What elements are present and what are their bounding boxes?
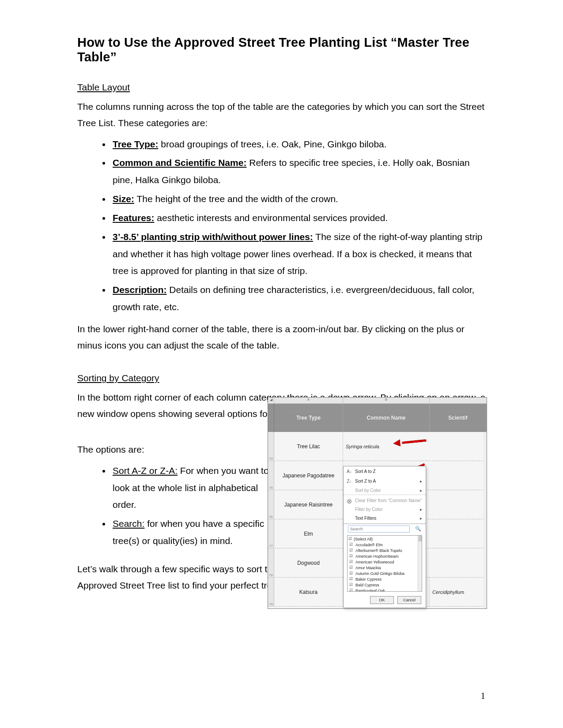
check-item[interactable]: Baker Cypress <box>348 577 421 582</box>
check-item[interactable]: American Hophornbeam <box>348 554 421 559</box>
scrollbar[interactable] <box>418 535 422 592</box>
cancel-button[interactable]: Cancel <box>397 596 421 604</box>
chevron-right-icon: ▸ <box>420 488 422 493</box>
check-item[interactable]: Bambooleaf Oak <box>348 588 421 592</box>
list-item: 3’-8.5’ planting strip with/without powe… <box>111 229 486 280</box>
list-item: Search: for when you have a specific tre… <box>111 515 281 550</box>
check-item[interactable]: Afterburner® Black Tupelo <box>348 548 421 554</box>
category-list: Tree Type: broad groupings of trees, i.e… <box>111 136 486 316</box>
section-outro: In the lower right-hand corner of the ta… <box>77 321 486 354</box>
list-item: Common and Scientific Name: Refers to sp… <box>111 154 486 189</box>
list-item: Size: The height of the tree and the wid… <box>111 191 486 208</box>
search-row: 🔍 <box>344 524 426 533</box>
section-intro: The columns running across the top of th… <box>77 99 486 131</box>
check-item[interactable]: American Yellowwood <box>348 559 421 565</box>
sort-az-icon: A↓ <box>346 468 352 474</box>
list-item: Tree Type: broad groupings of trees, i.e… <box>111 136 486 153</box>
check-item[interactable]: Amur Maackia <box>348 565 421 571</box>
label: Text Filters <box>355 516 376 521</box>
chevron-right-icon: ▸ <box>420 507 422 512</box>
term: Size: <box>113 194 134 204</box>
term: Search: <box>113 518 144 529</box>
cell-scientific[interactable]: Cercidiphyllum <box>430 578 487 606</box>
table-row: 74 Tree Lilac Syringa reticula <box>268 432 487 461</box>
chevron-right-icon: ▸ <box>420 479 422 484</box>
term: Features: <box>113 213 155 223</box>
label: Sort by Color <box>355 488 381 493</box>
cell-tree-type[interactable]: Tree Lilac <box>274 432 343 461</box>
select-all-corner[interactable]: ◢ <box>268 398 274 403</box>
section-heading-layout: Table Layout <box>77 82 486 93</box>
text-filters-item[interactable]: Text Filters ▸ <box>344 514 426 522</box>
row-num[interactable]: 77 <box>268 519 274 548</box>
options-lead: The options are: <box>77 442 281 458</box>
row-num[interactable] <box>268 404 274 432</box>
check-item-select-all[interactable]: (Select All) <box>348 537 421 542</box>
row-num[interactable]: 78 <box>268 548 274 577</box>
filter-color-item[interactable]: Filter by Color ▸ <box>344 505 426 514</box>
column-letter-row: ◢ A B <box>268 398 487 404</box>
section-heading-sorting: Sorting by Category <box>77 373 486 383</box>
cell-tree-type[interactable]: Elm <box>274 519 343 548</box>
chevron-right-icon: ▸ <box>420 516 422 521</box>
label: Clear Filter from “Common Name” <box>355 498 422 503</box>
label: Filter by Color <box>355 507 382 512</box>
check-item[interactable]: Accolade® Elm <box>348 542 421 548</box>
row-num[interactable]: 74 <box>268 432 274 461</box>
column-letter-b[interactable]: B <box>343 398 430 403</box>
sheet-vertical-scrollbar[interactable] <box>484 432 487 608</box>
excel-screenshot-figure: ◢ A B Tree Type Common Name Scientif 74 … <box>268 397 487 609</box>
check-item[interactable]: Bald Cypress <box>348 582 421 588</box>
cell-tree-type[interactable]: Japanese Pagodatree <box>274 461 343 490</box>
list-item: Description: Details on defining tree ch… <box>111 281 486 316</box>
page-number: 1 <box>481 690 486 702</box>
term-desc: The height of the tree and the width of … <box>134 194 338 204</box>
cell-tree-type[interactable]: Katsura <box>274 578 343 606</box>
cell-tree-type[interactable]: Japanese Raisintree <box>274 490 343 519</box>
sort-za-icon: Z↓ <box>346 478 352 484</box>
header-common-name[interactable]: Common Name <box>343 404 430 432</box>
column-letter-a[interactable]: A <box>274 398 343 403</box>
term: Sort A-Z or Z-A: <box>113 465 178 476</box>
scroll-thumb[interactable] <box>419 535 422 541</box>
row-num[interactable]: 76 <box>268 490 274 519</box>
search-input[interactable] <box>348 525 410 533</box>
term: Description: <box>113 285 167 295</box>
table-header-row: Tree Type Common Name Scientif <box>268 404 487 432</box>
term: Common and Scientific Name: <box>113 158 246 168</box>
closing-text: Let’s walk through a few specific ways t… <box>77 561 281 594</box>
sort-color-item[interactable]: Sort by Color ▸ <box>344 486 426 495</box>
clear-filter-item[interactable]: ⨂ Clear Filter from “Common Name” <box>344 496 426 505</box>
row-num[interactable]: 79 <box>268 578 274 606</box>
sort-az-item[interactable]: A↓ Sort A to Z <box>344 466 426 476</box>
check-item[interactable]: Autumn Gold Ginkgo Biloba <box>348 571 421 577</box>
term: 3’-8.5’ planting strip with/without powe… <box>113 232 313 242</box>
filter-checklist[interactable]: (Select All) Accolade® Elm Afterburner® … <box>347 535 422 592</box>
filter-dropdown: A↓ Sort A to Z Z↓ Sort Z to A ▸ Sort by … <box>343 466 426 608</box>
cell-tree-type[interactable]: Dogwood <box>274 548 343 577</box>
header-tree-type[interactable]: Tree Type <box>274 404 343 432</box>
term-desc: Details on defining tree characteristics… <box>113 285 474 312</box>
label: Sort A to Z <box>355 469 376 474</box>
label: Sort Z to A <box>355 479 376 484</box>
list-item: Features: aesthetic interests and enviro… <box>111 210 486 227</box>
search-icon: 🔍 <box>415 526 421 532</box>
clear-filter-icon: ⨂ <box>346 498 352 504</box>
list-item: Sort A-Z or Z-A: For when you want to lo… <box>111 462 281 514</box>
term-desc: broad groupings of trees, i.e. Oak, Pine… <box>158 139 386 149</box>
ok-button[interactable]: OK <box>370 596 394 604</box>
sort-za-item[interactable]: Z↓ Sort Z to A ▸ <box>344 476 426 486</box>
term-desc: aesthetic interests and environmental se… <box>155 213 388 223</box>
options-list: Sort A-Z or Z-A: For when you want to lo… <box>111 462 281 550</box>
page-title: How to Use the Approved Street Tree Plan… <box>77 35 486 64</box>
term: Tree Type: <box>113 139 158 149</box>
row-num[interactable]: 75 <box>268 461 274 490</box>
header-scientific[interactable]: Scientif <box>430 404 487 432</box>
